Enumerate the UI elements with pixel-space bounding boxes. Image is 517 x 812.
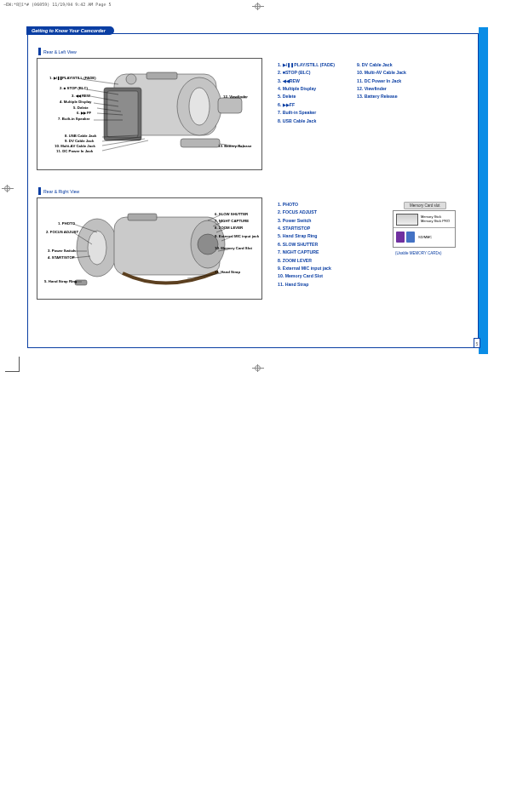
legend-item: 13. Battery Release <box>357 93 406 100</box>
svg-rect-7 <box>146 72 177 79</box>
svg-point-6 <box>126 74 136 84</box>
callout-rl-11: 11. DC Power In Jack <box>56 149 93 153</box>
rear-left-diagram: 1. ▶/❚❚PLAY/STILL (FADE) 2. ■ STOP (BLC)… <box>37 58 262 170</box>
legend-item: 6. ▶▶FF <box>278 101 335 109</box>
svg-rect-27 <box>128 214 157 220</box>
callout-rr-10: 10. Memory Card Slot <box>215 246 252 250</box>
legend-item: 2. ■STOP (BLC) <box>278 69 335 77</box>
legend-item: 7. NIGHT CAPTURE <box>278 249 331 256</box>
rear-left-heading-label: Rear & Left View <box>43 49 77 54</box>
callout-rl-5: 5. Delete <box>73 106 89 110</box>
callout-rl-6: 6. ▶▶ FF <box>77 111 91 115</box>
page-number: 5 <box>474 338 480 348</box>
legend-item: 3. ◀◀REW <box>278 77 335 85</box>
memory-card-row-1: Memory Stick Memory Stick PRO <box>393 211 455 228</box>
legend-item: 8. ZOOM LEVER <box>278 257 331 265</box>
callout-rr-6: 6. SLOW SHUTTER <box>215 212 248 216</box>
legend-item: 6. SLOW SHUTTER <box>278 241 331 249</box>
callout-rl-13: 13. Battery Release <box>218 144 251 148</box>
heading-accent-bar <box>38 187 41 195</box>
callout-rr-9: 9. External MIC input jack <box>215 234 259 238</box>
page-edge-bar <box>479 27 488 354</box>
memory-card-note: (Usable MEMORY CARDs) <box>395 251 442 255</box>
callout-rl-9: 9. DV Cable Jack <box>65 139 94 143</box>
corner-mark-v <box>19 357 20 371</box>
legend-item: 3. Power Switch <box>278 217 331 225</box>
legend-item: 1. ▶/❚❚PLAY/STILL (FADE) <box>278 61 335 69</box>
rear-right-heading-label: Rear & Right View <box>43 189 79 194</box>
legend-item: 5. Delete <box>278 93 335 100</box>
callout-rl-10: 10. Multi-AV Cable Jack <box>55 144 95 148</box>
crop-mark-top <box>252 3 264 10</box>
legend-item: 9. DV Cable Jack <box>357 61 406 69</box>
callout-rr-8: 8. ZOOM LEVER <box>215 226 243 230</box>
legend-item: 5. Hand Strap Ring <box>278 232 331 240</box>
callout-rl-1: 1. ▶/❚❚PLAY/STILL (FADE) <box>49 76 96 80</box>
rear-left-heading: Rear & Left View <box>38 48 77 55</box>
callout-rr-5: 5. Hand Strap Ring <box>44 279 77 283</box>
corner-mark-h <box>5 371 20 372</box>
legend-item: 10. Memory Card Slot <box>278 272 331 280</box>
callout-rr-1: 1. PHOTO <box>58 221 75 226</box>
legend-item: 4. START/STOP <box>278 225 331 232</box>
rear-right-diagram: 1. PHOTO 2. FOCUS ADJUST 3. Power Switch… <box>37 197 262 300</box>
memory-card-row-2: SD/MMC <box>393 228 455 245</box>
legend-item: 1. PHOTO <box>278 201 331 209</box>
rear-right-legend: 1. PHOTO 2. FOCUS ADJUST 3. Power Switch… <box>278 201 331 289</box>
page-frame: Rear & Left View <box>27 33 479 348</box>
callout-rr-11: 11. Hand Strap <box>215 270 240 274</box>
callout-rl-12: 12. Viewfinder <box>223 94 248 99</box>
heading-accent-bar <box>38 48 41 55</box>
sd-mmc-label: SD/MMC <box>418 235 432 239</box>
legend-item: 11. Hand Strap <box>278 281 331 289</box>
legend-item: 4. Multiple Display <box>278 85 335 93</box>
callout-rr-4: 4. START/STOP <box>48 255 75 260</box>
memory-card-slot-title: Memory Card slot <box>404 202 446 209</box>
memory-card-slot-box: Memory Stick Memory Stick PRO SD/MMC <box>393 210 456 248</box>
callout-rr-7: 7. NIGHT CAPTURE <box>215 219 249 223</box>
legend-item: 12. Viewfinder <box>357 85 406 93</box>
legend-item: 10. Multi-AV Cable Jack <box>357 69 406 77</box>
legend-item: 11. DC Power In Jack <box>357 77 406 85</box>
rear-right-heading: Rear & Right View <box>38 187 79 195</box>
callout-rl-2: 2. ■ STOP (BLC) <box>60 86 88 90</box>
legend-item: 2. FOCUS ADJUST <box>278 209 331 216</box>
crop-mark-left <box>2 185 14 192</box>
callout-rl-3: 3. ◀◀ REW <box>72 94 90 98</box>
callout-rl-7: 7. Built-in Speaker <box>58 117 90 121</box>
sd-mmc-icon <box>396 232 415 243</box>
rear-left-legend-b: 9. DV Cable Jack 10. Multi-AV Cable Jack… <box>357 61 406 101</box>
svg-point-4 <box>189 88 210 125</box>
svg-rect-8 <box>181 139 220 147</box>
callout-rl-4: 4. Multiple Display <box>60 100 92 104</box>
svg-point-23 <box>88 231 106 265</box>
callout-rr-2: 2. FOCUS ADJUST <box>46 230 78 234</box>
callout-rl-8: 8. USB Cable Jack <box>65 134 97 138</box>
page-meta-header: ~EW:*8∏î*# (06059) 11/19/04 9:42 AM Page… <box>3 2 111 7</box>
legend-item: 7. Built-in Speaker <box>278 109 335 117</box>
crop-mark-bottom <box>252 364 264 372</box>
memory-stick-icon <box>396 214 418 226</box>
rear-left-legend-a: 1. ▶/❚❚PLAY/STILL (FADE) 2. ■STOP (BLC) … <box>278 61 335 125</box>
legend-item: 9. External MIC input jack <box>278 265 331 272</box>
svg-rect-5 <box>218 98 242 113</box>
legend-item: 8. USB Cable Jack <box>278 117 335 125</box>
callout-rr-3: 3. Power Switch <box>48 249 76 253</box>
memory-stick-label-2: Memory Stick PRO <box>421 220 450 224</box>
